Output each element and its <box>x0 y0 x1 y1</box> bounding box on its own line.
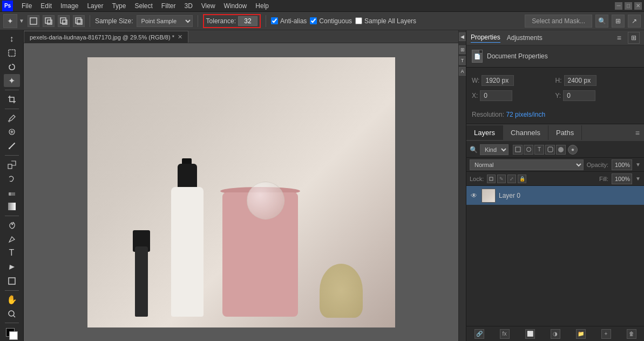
tab-layers[interactable]: Layers <box>466 125 503 140</box>
width-value[interactable]: 1920 px <box>482 75 514 86</box>
add-select-btn[interactable]: + <box>43 15 55 27</box>
clone-stamp-tool[interactable] <box>4 158 20 171</box>
toolbar-sep-6 <box>5 323 19 323</box>
layer-visibility-btn[interactable]: 👁 <box>470 191 478 200</box>
anti-alias-checkbox[interactable] <box>271 17 278 24</box>
tab-paths[interactable]: Paths <box>548 125 582 140</box>
x-label: X: <box>472 92 478 99</box>
filter-pixel-btn[interactable] <box>513 145 523 155</box>
opacity-arrow[interactable]: ▼ <box>635 162 641 168</box>
history-brush-tool[interactable] <box>4 172 20 185</box>
tool-preset-arrow[interactable]: ▼ <box>19 18 24 24</box>
tab-properties[interactable]: Properties <box>471 32 500 43</box>
canvas-image <box>87 57 395 327</box>
menu-filter[interactable]: Filter <box>157 1 180 11</box>
tolerance-group: Tolerance: <box>203 14 261 28</box>
crop-tool[interactable] <box>4 93 20 106</box>
filter-smart-btn[interactable] <box>556 145 566 155</box>
close-button[interactable]: ✕ <box>634 2 642 10</box>
add-mask-btn[interactable]: ⬜ <box>525 329 535 339</box>
share-btn[interactable]: ↗ <box>628 15 641 28</box>
lasso-tool[interactable] <box>4 61 20 73</box>
search-btn[interactable]: 🔍 <box>595 15 608 28</box>
marquee-rect-tool[interactable] <box>4 46 20 59</box>
layer-row[interactable]: 👁 Layer 0 <box>466 186 644 205</box>
y-label: Y: <box>555 92 561 99</box>
rect-select-btn[interactable] <box>28 15 39 27</box>
type-tool[interactable]: T <box>4 247 20 260</box>
menu-layer[interactable]: Layer <box>83 1 107 11</box>
strip-btn-3[interactable]: T <box>459 56 466 65</box>
height-value[interactable]: 2400 px <box>564 75 596 86</box>
fill-arrow[interactable]: ▼ <box>635 176 641 182</box>
resolution-value[interactable]: 72 pixels/inch <box>506 111 545 118</box>
menu-help[interactable]: Help <box>251 1 273 11</box>
menu-image[interactable]: Image <box>56 1 83 11</box>
hand-tool[interactable]: ✋ <box>4 293 20 306</box>
layers-menu-btn[interactable]: ≡ <box>635 129 640 137</box>
link-layers-btn[interactable]: 🔗 <box>474 329 484 339</box>
menu-window[interactable]: Window <box>220 1 252 11</box>
menu-file[interactable]: File <box>17 1 36 11</box>
x-value[interactable]: 0 <box>480 90 512 101</box>
add-style-btn[interactable]: fx <box>500 329 510 339</box>
add-group-btn[interactable]: 📁 <box>576 329 586 339</box>
strip-btn-2[interactable]: ⊞ <box>459 45 466 54</box>
menu-edit[interactable]: Edit <box>36 1 56 11</box>
brush-tool[interactable] <box>4 139 20 152</box>
menu-select[interactable]: Select <box>130 1 157 11</box>
delete-layer-btn[interactable]: 🗑 <box>627 329 636 339</box>
filter-shape-btn[interactable] <box>545 145 555 155</box>
color-swatches[interactable] <box>4 326 20 339</box>
doc-props-header: 📄 Document Properties <box>466 45 644 68</box>
arrange-btn[interactable]: ⊞ <box>612 15 625 28</box>
magic-wand-tool[interactable]: ✦ <box>4 74 20 87</box>
lock-artboard-btn[interactable]: 🔒 <box>518 175 526 183</box>
eyedropper-tool[interactable] <box>4 112 20 125</box>
strip-btn-4[interactable]: A <box>459 67 466 76</box>
lock-paint-btn[interactable]: ✎ <box>497 175 506 183</box>
tab-channels[interactable]: Channels <box>503 125 548 140</box>
canvas-tab-active[interactable]: pexels-daria-liudnaya-8167170.jpg @ 29.5… <box>24 31 188 43</box>
contiguous-checkbox[interactable] <box>310 17 317 24</box>
add-layer-btn[interactable]: + <box>601 329 611 339</box>
healing-tool[interactable] <box>4 125 20 138</box>
menu-view[interactable]: View <box>197 1 220 11</box>
tab-close-btn[interactable]: ✕ <box>178 34 182 41</box>
minimize-button[interactable]: ─ <box>615 2 622 10</box>
add-adjustment-btn[interactable]: ◑ <box>551 329 560 339</box>
shape-tool[interactable] <box>4 275 20 287</box>
canvas-viewport[interactable] <box>24 43 458 341</box>
filter-type-btn[interactable]: T <box>534 145 544 155</box>
menu-type[interactable]: Type <box>107 1 130 11</box>
filter-adjustment-btn[interactable] <box>524 145 533 155</box>
layers-filter-toggle[interactable]: ● <box>568 145 578 155</box>
path-select-tool[interactable] <box>4 260 20 273</box>
gradient-tool[interactable] <box>4 200 20 213</box>
burn-tool[interactable] <box>4 219 20 232</box>
sample-size-select[interactable]: Point Sample 3 by 3 Average 5 by 5 Avera… <box>137 15 193 27</box>
fill-input[interactable] <box>612 173 632 184</box>
pen-tool[interactable] <box>4 233 20 246</box>
kind-select[interactable]: Kind <box>480 144 509 155</box>
maximize-button[interactable]: □ <box>625 2 632 10</box>
eraser-tool[interactable] <box>4 186 20 199</box>
properties-attach-btn[interactable]: ⊞ <box>628 32 640 44</box>
tolerance-input[interactable] <box>238 16 257 26</box>
lock-pixels-btn[interactable] <box>487 175 496 183</box>
lock-position-btn[interactable]: ⤢ <box>507 175 516 183</box>
tab-adjustments[interactable]: Adjustments <box>507 33 543 43</box>
sub-select-btn[interactable]: − <box>58 15 70 27</box>
layers-tabs: Layers Channels Paths ≡ <box>466 124 644 142</box>
select-mask-button[interactable]: Select and Mask... <box>525 15 592 28</box>
y-value[interactable]: 0 <box>563 90 595 101</box>
opacity-input[interactable] <box>612 159 632 170</box>
zoom-tool[interactable] <box>4 307 20 320</box>
menu-3d[interactable]: 3D <box>180 1 196 11</box>
strip-btn-1[interactable]: ◀ <box>459 32 466 41</box>
move-tool[interactable]: ↕ <box>4 32 20 45</box>
intersect-select-btn[interactable] <box>73 15 85 27</box>
sample-all-checkbox[interactable] <box>355 17 362 24</box>
blend-mode-select[interactable]: Normal Multiply Screen Overlay <box>470 159 584 170</box>
properties-menu-btn[interactable]: ≡ <box>617 34 621 42</box>
